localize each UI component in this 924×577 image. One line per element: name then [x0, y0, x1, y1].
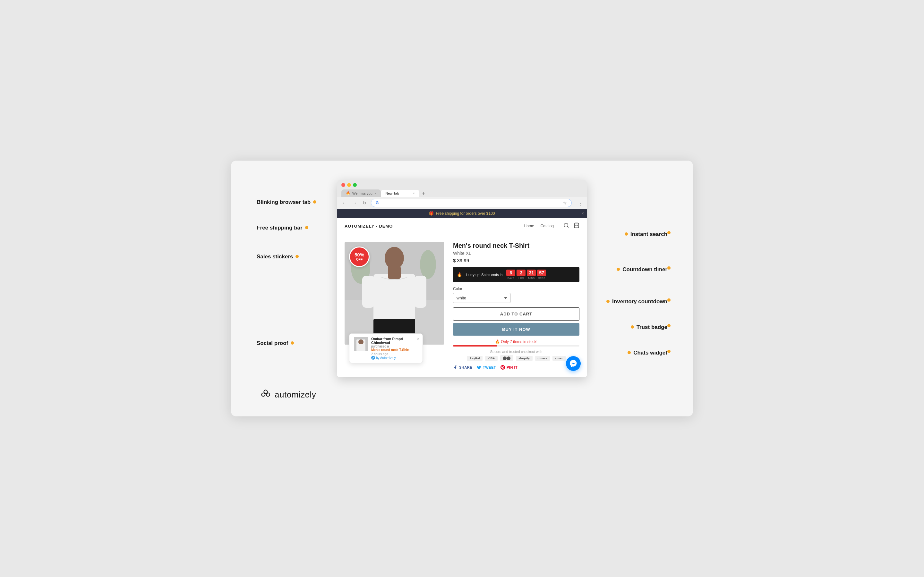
product-info: Men's round neck T-Shirt White XL $ 39.9… — [453, 242, 580, 370]
inventory-bar-wrap: 🔥 Only 7 items in stock! — [453, 340, 580, 347]
countdown-bar: 🔥 Hurry up! Sales ends in 6 DAYS 3 HRS 3… — [453, 267, 580, 282]
traffic-light-yellow[interactable] — [347, 183, 351, 187]
share-facebook[interactable]: SHARE — [453, 365, 472, 370]
browser-tab-2[interactable]: New Tab × — [381, 190, 419, 197]
countdown-secs-unit: 57 SECS — [537, 269, 546, 279]
product-image-wrap: 50% OFF Omkar from Pimpri Chinc — [344, 242, 444, 370]
countdown-hrs: 3 — [517, 269, 525, 276]
countdown-mins-label: MINS — [528, 277, 535, 279]
color-select[interactable]: white — [453, 293, 511, 303]
browser-tabs: 🔥 We miss you × New Tab × + — [341, 189, 583, 197]
traffic-light-red[interactable] — [341, 183, 345, 187]
outer-card: Blinking browser tab Free shipping bar S… — [231, 161, 693, 416]
shop-header-icons — [564, 222, 580, 229]
forward-button[interactable]: → — [351, 200, 358, 206]
trust-badge-shopify: shopify — [516, 356, 533, 361]
annotation-free-shipping: Free shipping bar — [257, 225, 302, 231]
svg-point-9 — [384, 247, 404, 269]
messenger-chat-widget[interactable] — [566, 356, 581, 371]
trust-icons: PayPal VISA ⬤⬤ shopify diners amex — [453, 355, 580, 361]
countdown-secs-label: SECS — [538, 277, 545, 279]
address-bar[interactable]: G ☆ — [371, 199, 572, 207]
free-shipping-text: Free shipping for orders over $100 — [436, 211, 495, 216]
free-shipping-bar: 🎁 Free shipping for orders over $100 × — [337, 209, 587, 218]
share-twitter[interactable]: TWEET — [477, 365, 496, 370]
automizely-logo-icon — [260, 389, 271, 400]
share-pin-label: PIN IT — [507, 366, 517, 369]
search-icon[interactable] — [564, 222, 569, 229]
sp-time: 2 hours ago — [371, 352, 418, 356]
countdown-secs: 57 — [537, 269, 546, 276]
back-button[interactable]: ← — [341, 200, 348, 206]
share-pinterest[interactable]: PIN IT — [501, 365, 517, 370]
free-shipping-icon: 🎁 — [429, 211, 434, 216]
trust-badges: Secure and trusted checkout with PayPal … — [453, 350, 580, 361]
svg-line-1 — [567, 226, 568, 227]
shipping-bar-close[interactable]: × — [582, 211, 584, 216]
nav-home[interactable]: Home — [524, 224, 534, 228]
star-icon[interactable]: ☆ — [563, 200, 567, 205]
traffic-light-green[interactable] — [353, 183, 357, 187]
svg-rect-16 — [357, 344, 365, 351]
countdown-days-label: DAYS — [507, 277, 514, 279]
address-bar-row: ← → ↻ G ☆ ⋮ — [337, 197, 587, 209]
tab-fire-icon: 🔥 — [346, 191, 351, 195]
product-area: 50% OFF Omkar from Pimpri Chinc — [337, 234, 587, 377]
sp-by-label: by Automizely — [376, 356, 396, 359]
tab-2-title: New Tab — [385, 191, 399, 195]
countdown-label: Hurry up! Sales ends in — [466, 273, 502, 277]
tab-2-close[interactable]: × — [413, 191, 415, 195]
tab-1-title: We miss you — [352, 191, 373, 195]
trust-badge-amex: amex — [552, 356, 565, 361]
svg-point-0 — [564, 223, 568, 227]
browser-window: 🔥 We miss you × New Tab × + ← → ↻ G ☆ ⋮ — [337, 180, 587, 377]
countdown-mins: 31 — [527, 269, 536, 276]
countdown-hrs-label: HRS — [519, 277, 524, 279]
trust-badge-diners: diners — [535, 356, 550, 361]
annotation-social-proof: Social proof — [257, 340, 288, 347]
product-price: $ 39.99 — [453, 258, 580, 263]
share-tw-label: TWEET — [483, 366, 496, 369]
social-proof-image — [354, 337, 368, 351]
cart-icon[interactable] — [573, 222, 580, 229]
annotation-chats-widget: Chats widget — [633, 350, 667, 356]
new-tab-button[interactable]: + — [419, 191, 428, 197]
shop-header: AUTOMIZELY - DEMO Home Catalog — [337, 218, 587, 234]
social-proof-text: Omkar from Pimpri Chinchwad purchased a … — [371, 337, 418, 359]
countdown-days-unit: 6 DAYS — [506, 269, 515, 279]
svg-point-5 — [420, 250, 436, 279]
inventory-fill — [453, 345, 497, 347]
nav-catalog[interactable]: Catalog — [541, 224, 554, 228]
svg-rect-11 — [414, 276, 426, 308]
sp-automizely-badge: by Automizely — [371, 356, 418, 359]
svg-rect-7 — [373, 274, 415, 326]
traffic-lights — [341, 183, 583, 187]
browser-menu-icon[interactable]: ⋮ — [577, 199, 583, 206]
browser-tab-1[interactable]: 🔥 We miss you × — [341, 189, 381, 197]
refresh-button[interactable]: ↻ — [361, 200, 368, 206]
shop-nav: Home Catalog — [524, 224, 554, 228]
product-variant: White XL — [453, 251, 580, 256]
svg-point-20 — [264, 390, 268, 394]
social-proof-close[interactable]: × — [417, 336, 419, 341]
social-proof-popup: Omkar from Pimpri Chinchwad purchased a … — [349, 334, 423, 363]
trust-label: Secure and trusted checkout with — [453, 350, 580, 354]
sticker-percent: 50% — [355, 252, 364, 258]
tab-1-close[interactable]: × — [375, 191, 376, 195]
trust-badge-visa: VISA — [485, 356, 498, 361]
inventory-text: 🔥 Only 7 items in stock! — [453, 340, 580, 344]
add-to-cart-button[interactable]: ADD TO CART — [453, 308, 580, 321]
product-title: Men's round neck T-Shirt — [453, 242, 580, 250]
sales-sticker: 50% OFF — [349, 247, 370, 267]
countdown-days: 6 — [506, 269, 515, 276]
buy-now-button[interactable]: BUY IT NOW — [453, 323, 580, 335]
color-label: Color — [453, 287, 580, 291]
google-g-icon: G — [376, 201, 379, 205]
share-fb-label: SHARE — [459, 366, 472, 369]
annotation-sales-stickers: Sales stickers — [257, 253, 293, 260]
trust-badge-mc: ⬤⬤ — [500, 355, 513, 361]
sp-name: Omkar from Pimpri Chinchwad — [371, 337, 418, 345]
sp-product[interactable]: Men's round neck T-Shirt — [371, 348, 418, 351]
automizely-logo: automizely — [257, 389, 667, 400]
automizely-logo-text: automizely — [275, 390, 316, 400]
